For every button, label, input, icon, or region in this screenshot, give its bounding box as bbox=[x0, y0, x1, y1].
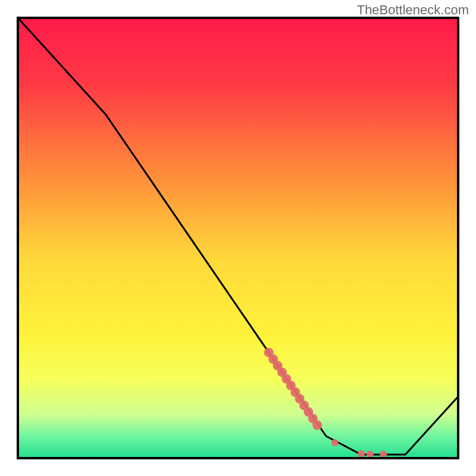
svg-point-14 bbox=[367, 450, 374, 458]
chart-container: TheBottleneck.com bbox=[0, 0, 476, 476]
watermark-text: TheBottleneck.com bbox=[357, 2, 469, 18]
svg-point-15 bbox=[380, 450, 387, 458]
bottleneck-chart bbox=[0, 0, 476, 476]
svg-point-11 bbox=[312, 421, 322, 430]
plot-background bbox=[18, 18, 458, 458]
svg-point-13 bbox=[358, 450, 365, 458]
svg-point-12 bbox=[331, 439, 339, 446]
